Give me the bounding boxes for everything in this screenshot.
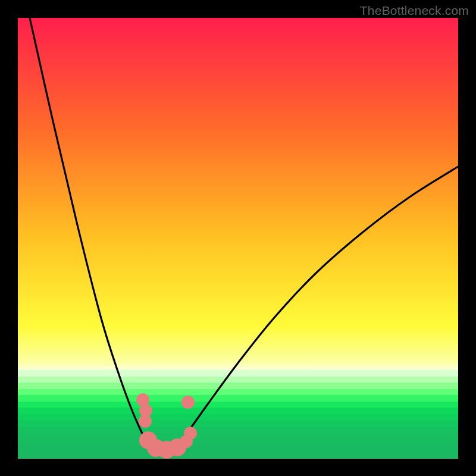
plot-area (18, 18, 458, 458)
data-point-dot (181, 396, 195, 409)
watermark-text: TheBottleneck.com (360, 4, 469, 18)
data-point-layer (18, 18, 458, 458)
data-point-dot (139, 415, 152, 428)
data-point-dot (184, 427, 197, 440)
